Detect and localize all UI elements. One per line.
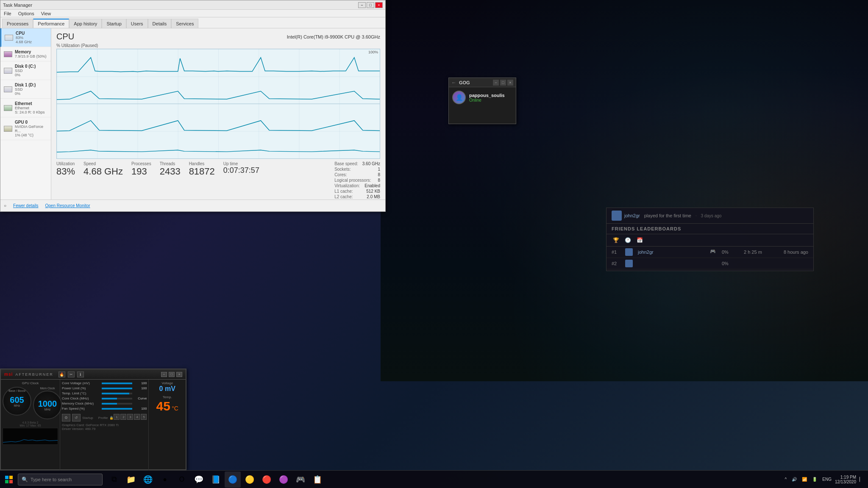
logical-value: 8	[378, 178, 380, 183]
tab-services[interactable]: Services	[171, 19, 198, 28]
app-icon-7[interactable]: 🟡	[242, 471, 258, 488]
driver-label: Driver Version:	[62, 427, 85, 431]
show-desktop-button[interactable]: ▏	[858, 476, 865, 482]
flame-button[interactable]: 🔥	[58, 372, 65, 377]
memory-label: Memory	[15, 50, 47, 54]
system-tray: ^ 🔊 📶 🔋 ENG 1:19 PM 12/13/2020 ▏	[780, 471, 868, 488]
lb-ago-1: 8 hours ago	[774, 250, 808, 255]
processes-value: 193	[131, 166, 151, 177]
gog-titlebar: ← GOG − □ ×	[449, 78, 516, 87]
profile-1-button[interactable]: 1	[114, 414, 120, 420]
tab-processes[interactable]: Processes	[2, 19, 33, 28]
sidebar-item-ethernet[interactable]: Ethernet Ethernet S: 24.0 R: 0 Kbps	[0, 99, 51, 117]
calendar-icon[interactable]: 📅	[635, 236, 644, 244]
sidebar-item-memory[interactable]: Memory 7.9/15.9 GB (50%)	[0, 47, 51, 61]
search-placeholder: Type here to search	[31, 477, 72, 482]
profile-4-button[interactable]: 4	[134, 414, 140, 420]
slider-core-voltage: Core Voltage (mV) 100	[62, 381, 147, 385]
disk0-label: Disk 0 (C:)	[15, 64, 36, 69]
tab-users[interactable]: Users	[126, 19, 148, 28]
tray-clock[interactable]: 1:19 PM 12/13/2020	[835, 475, 856, 484]
open-resource-monitor-link[interactable]: Open Resource Monitor	[45, 203, 90, 208]
tray-battery-icon: 🔋	[810, 476, 819, 482]
tray-eng[interactable]: ENG	[821, 476, 833, 482]
rank-1: #1	[612, 250, 620, 255]
tab-performance[interactable]: Performance	[33, 19, 69, 28]
slider-fan-speed: Fan Speed (%) 100	[62, 407, 147, 410]
gpu0-util: 1% (48 °C)	[15, 133, 47, 137]
messenger-button[interactable]: 💬	[191, 471, 207, 488]
chrome-button[interactable]: ●	[157, 471, 173, 488]
app-icon-6[interactable]: 🔵	[225, 471, 241, 488]
sidebar-item-gpu0[interactable]: GPU 0 NVIDIA GeForce R... 1% (48 °C)	[0, 117, 51, 140]
sidebar-item-disk0[interactable]: Disk 0 (C:) SSD 0%	[0, 61, 51, 80]
opera-button[interactable]: O	[174, 471, 190, 488]
edge-button[interactable]: 🌐	[140, 471, 156, 488]
gog-close-button[interactable]: ×	[507, 80, 513, 86]
sidebar-item-disk1[interactable]: Disk 1 (D:) SSD 0%	[0, 80, 51, 99]
app-icon-11[interactable]: 📋	[309, 471, 326, 488]
minimize-button[interactable]: −	[358, 2, 366, 8]
close-button[interactable]: ×	[375, 2, 383, 8]
slider-power-limit: Power Limit (%) 100	[62, 386, 147, 390]
mini-chart	[3, 428, 58, 445]
task-manager-body: CPU 83% 4.68 GHz Memory 7.9/15.9 GB (50%…	[0, 28, 385, 200]
tray-chevron[interactable]: ^	[783, 476, 789, 482]
info-icon: ℹ	[80, 372, 81, 377]
start-button[interactable]	[0, 471, 18, 488]
gog-minimize-button[interactable]: −	[493, 80, 499, 86]
app-icon-9[interactable]: 🟣	[275, 471, 292, 488]
temp-value: 45	[156, 399, 170, 413]
profile-2-button[interactable]: 2	[120, 414, 126, 420]
startup-label: Startup	[82, 416, 93, 420]
task-view-button[interactable]: ⧉	[106, 471, 122, 488]
app-icon-10[interactable]: 🎮	[292, 471, 309, 488]
app-icon-8[interactable]: 🔴	[259, 471, 275, 488]
msi-minimize-button[interactable]: −	[161, 372, 167, 377]
graphics-card-label: Graphics Card:	[62, 423, 86, 427]
msi-close-button[interactable]: ×	[176, 372, 182, 377]
sidebar-item-cpu[interactable]: CPU 83% 4.68 GHz	[0, 28, 51, 47]
ethernet-label: Ethernet	[15, 101, 45, 106]
options-menu[interactable]: Options	[17, 11, 36, 17]
tray-volume-icon: 📶	[800, 476, 809, 482]
svg-rect-6	[9, 480, 13, 483]
gpu-clock-label: GPU Clock	[3, 381, 58, 385]
task-manager-window: Task Manager − □ × File Options View Pro…	[0, 0, 386, 212]
mem-clock-value: 1000	[38, 399, 57, 408]
tray-time-value: 1:19 PM	[835, 475, 856, 480]
info-button[interactable]: ℹ	[77, 372, 84, 377]
tab-app-history[interactable]: App history	[69, 19, 102, 28]
cores-label: Cores:	[334, 172, 347, 177]
handles-stat: Handles 81872	[189, 161, 215, 200]
maximize-button[interactable]: □	[367, 2, 374, 8]
scissors-button[interactable]: ✂	[68, 372, 75, 377]
tab-details[interactable]: Details	[148, 19, 172, 28]
gog-maximize-button[interactable]: □	[500, 80, 506, 86]
msi-maximize-button[interactable]: □	[169, 372, 175, 377]
leaderboard-row-1: #1 john2gr 🎮 0% 2 h 25 m 8 hours ago	[606, 247, 813, 258]
fewer-details-link[interactable]: Fewer details	[13, 203, 38, 208]
reset-button[interactable]: ↺	[72, 414, 81, 421]
profile-5-button[interactable]: 5	[141, 414, 147, 420]
skype-button[interactable]: 📘	[208, 471, 224, 488]
tab-startup[interactable]: Startup	[102, 19, 126, 28]
msi-temp-section: Voltage 0 mV Temp. 45 °C	[148, 380, 186, 471]
flame-icon: 🔥	[59, 372, 64, 377]
friends-lb-title: FRIENDS LEADERBOARDS	[606, 224, 813, 234]
view-menu[interactable]: View	[39, 11, 53, 17]
settings-button[interactable]: ⚙	[62, 414, 70, 421]
trophy-icon[interactable]: 🏆	[612, 236, 620, 244]
file-menu[interactable]: File	[2, 11, 13, 17]
gog-username: pappous_soulis	[469, 93, 505, 98]
lb-user-icon-1	[625, 248, 633, 256]
virtualization-value: Enabled	[364, 183, 380, 188]
memory-graph-icon	[4, 51, 12, 57]
clock-icon[interactable]: 🕐	[623, 236, 632, 244]
driver-info: Driver Version: 460.79	[62, 427, 147, 431]
cpu-graph-icon	[5, 35, 13, 41]
profile-3-button[interactable]: 3	[127, 414, 133, 420]
file-explorer-button[interactable]: 📁	[123, 471, 139, 488]
cpu-stats-section: Utilization 83% Speed 4.68 GHz Processes	[56, 161, 380, 200]
taskbar-search-box[interactable]: 🔍 Type here to search	[18, 474, 103, 485]
